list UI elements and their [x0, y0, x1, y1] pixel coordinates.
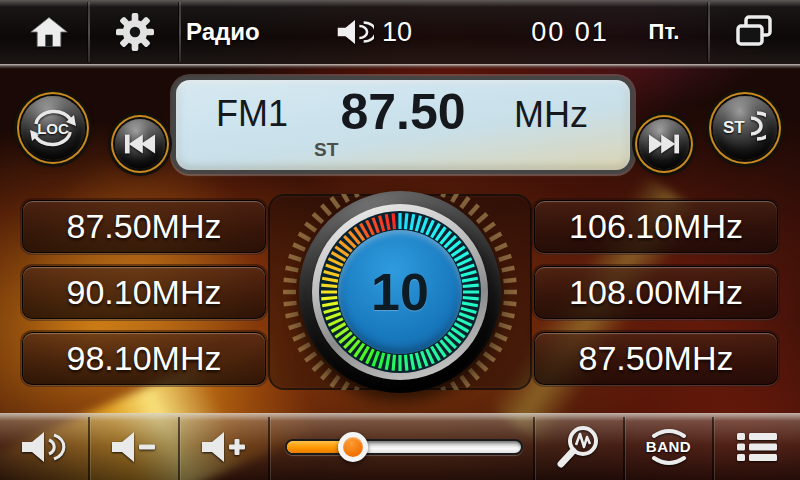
volume-slider-thumb[interactable] [338, 432, 368, 462]
preset-button-6[interactable]: 87.50MHz [534, 332, 778, 385]
knob-face: 10 [338, 230, 462, 354]
overlapping-windows-icon [734, 14, 774, 50]
loc-label: LOC [37, 120, 69, 137]
home-icon [29, 15, 69, 49]
list-menu-icon [735, 431, 779, 463]
volume-down-button[interactable] [90, 413, 178, 480]
weekday-label: Пт. [634, 0, 694, 64]
gear-icon [116, 13, 154, 51]
topbar-bottom-bevel [0, 64, 800, 69]
preset-button-4[interactable]: 106.10MHz [534, 200, 778, 253]
top-status-bar: Радио 10 00 01 Пт. [0, 0, 800, 64]
speaker-loud-icon [20, 429, 68, 465]
volume-up-button[interactable] [180, 413, 268, 480]
band-label: BAND [646, 438, 691, 455]
radio-head-unit-screen: Радио 10 00 01 Пт. FM1 87.50 MHz ST [0, 0, 800, 480]
stereo-button-label: ST [723, 118, 745, 138]
settings-button[interactable] [100, 0, 170, 64]
window-switch-button[interactable] [716, 0, 792, 64]
topbar-divider [179, 2, 181, 62]
home-button[interactable] [14, 0, 84, 64]
preset-button-5[interactable]: 108.00MHz [534, 266, 778, 319]
stereo-indicator: ST [314, 139, 338, 161]
volume-status: 10 [336, 0, 412, 64]
frequency-unit: MHz [514, 94, 588, 136]
preset-button-3[interactable]: 98.10MHz [22, 332, 266, 385]
scan-button[interactable] [535, 413, 623, 480]
scan-magnifier-icon [556, 424, 602, 470]
skip-previous-icon [124, 133, 156, 155]
speaker-plus-icon [200, 429, 248, 465]
topbar-divider [708, 2, 710, 62]
volume-level-value: 10 [382, 17, 412, 48]
speaker-mute-button[interactable] [0, 413, 88, 480]
speaker-icon [336, 17, 374, 47]
volume-knob[interactable]: 10 [299, 191, 501, 393]
topbar-divider [88, 2, 90, 62]
skip-next-icon [648, 133, 680, 155]
previous-track-button[interactable] [115, 119, 165, 169]
preset-button-1[interactable]: 87.50MHz [22, 200, 266, 253]
speaker-minus-icon [110, 429, 158, 465]
menu-list-button[interactable] [714, 413, 800, 480]
stereo-button[interactable]: ST [713, 96, 777, 160]
volume-slider[interactable] [268, 413, 533, 480]
bottom-toolbar: BAND [0, 413, 800, 480]
page-title: Радио [186, 0, 260, 64]
frequency-display: FM1 87.50 MHz ST [176, 80, 630, 170]
volume-slider-track[interactable] [285, 439, 523, 455]
loc-button[interactable]: LOC [21, 96, 85, 160]
band-button[interactable]: BAND [625, 413, 712, 480]
preset-button-2[interactable]: 90.10MHz [22, 266, 266, 319]
knob-volume-value: 10 [371, 262, 429, 322]
next-track-button[interactable] [639, 119, 689, 169]
sound-waves-icon [748, 110, 766, 142]
clock-time: 00 01 [520, 0, 620, 64]
